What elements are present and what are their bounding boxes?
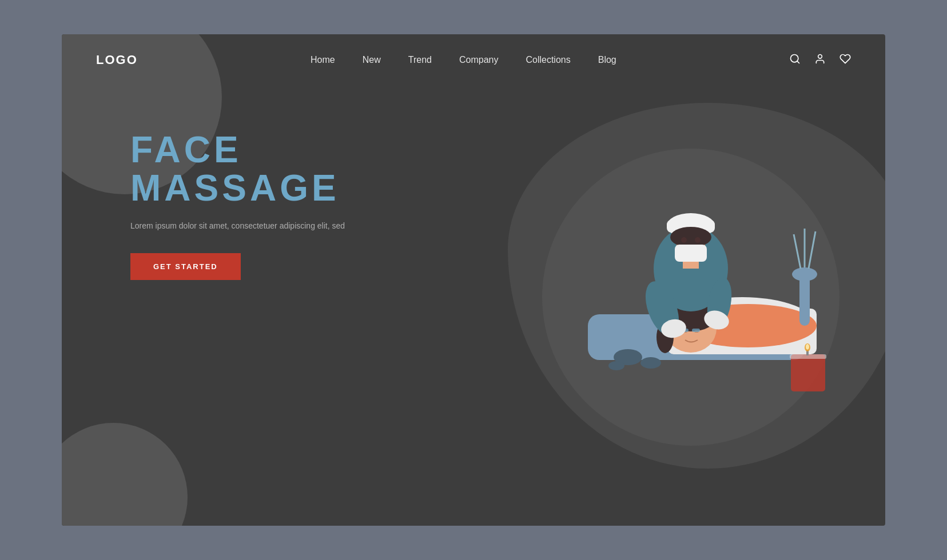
hero-description: Lorem ipsum dolor sit amet, consectetuer… (130, 219, 348, 232)
svg-point-40 (806, 344, 809, 350)
heart-icon[interactable] (839, 53, 851, 67)
blob-bottom-left (62, 423, 188, 526)
svg-point-17 (608, 361, 624, 370)
page-wrapper: LOGO Home New Trend Company Collections … (62, 34, 885, 526)
nav-item-company[interactable]: Company (459, 55, 498, 65)
nav-item-collections[interactable]: Collections (526, 55, 570, 65)
nav-item-trend[interactable]: Trend (408, 55, 432, 65)
hero-title-line2: MASSAGE (130, 168, 851, 208)
hero-title-line1: FACE (130, 131, 851, 168)
svg-rect-36 (791, 354, 825, 391)
nav-item-blog[interactable]: Blog (598, 55, 616, 65)
main-nav: Home New Trend Company Collections Blog (311, 55, 616, 65)
logo: LOGO (96, 53, 138, 67)
user-icon[interactable] (814, 53, 826, 67)
hero-section: FACE MASSAGE Lorem ipsum dolor sit amet,… (62, 86, 885, 280)
svg-point-2 (818, 54, 822, 58)
svg-line-1 (797, 61, 799, 63)
nav-item-home[interactable]: Home (311, 55, 335, 65)
svg-rect-31 (799, 274, 810, 326)
svg-point-16 (640, 357, 661, 369)
header: LOGO Home New Trend Company Collections … (62, 34, 885, 86)
search-icon[interactable] (789, 53, 801, 67)
svg-rect-14 (692, 329, 700, 332)
get-started-button[interactable]: GET STARTED (130, 253, 241, 280)
header-icons (789, 53, 851, 67)
nav-item-new[interactable]: New (363, 55, 381, 65)
